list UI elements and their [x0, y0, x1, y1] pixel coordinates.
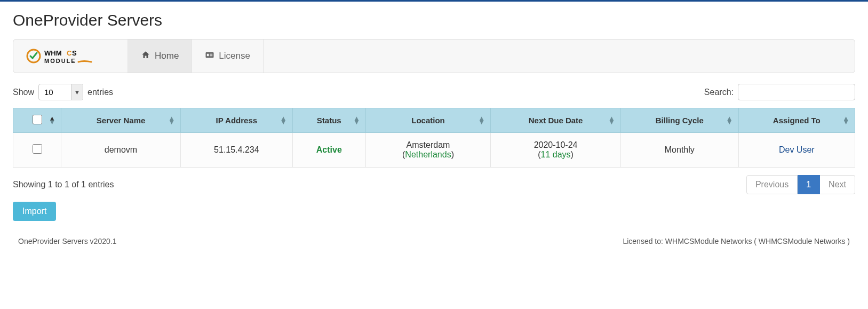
table-row: demovm 51.15.4.234 Active Amsterdam (Net… — [13, 133, 855, 168]
svg-text:WHM: WHM — [44, 49, 62, 57]
footer-license: Licensed to: WHMCSModule Networks ( WHMC… — [623, 237, 850, 245]
servers-table: ▲▼ Server Name ▲▼ IP Address ▲▼ Status ▲… — [13, 108, 855, 168]
svg-text:MODULE: MODULE — [44, 58, 76, 64]
col-status: Status — [317, 116, 341, 125]
cell-next-due-days: 11 days — [541, 150, 571, 159]
nav-license[interactable]: License — [192, 39, 264, 73]
svg-text:C: C — [67, 49, 72, 57]
id-card-icon — [205, 50, 214, 62]
sort-icon[interactable]: ▲▼ — [49, 116, 55, 125]
svg-text:S: S — [72, 49, 77, 57]
search-label: Search: — [704, 88, 734, 97]
cell-location-country: Netherlands — [405, 150, 451, 159]
col-assigned-to: Assigned To — [773, 116, 821, 125]
cell-server-name: demovm — [105, 145, 137, 154]
sort-icon[interactable]: ▲▼ — [353, 116, 360, 125]
sort-icon[interactable]: ▲▼ — [842, 116, 849, 125]
length-entries-label: entries — [87, 88, 113, 97]
sort-icon[interactable]: ▲▼ — [608, 116, 615, 125]
sort-icon[interactable]: ▲▼ — [280, 116, 287, 125]
pagination: Previous 1 Next — [746, 175, 855, 194]
sort-icon[interactable]: ▲▼ — [726, 116, 733, 125]
col-billing-cycle: Billing Cycle — [656, 116, 704, 125]
page-previous[interactable]: Previous — [746, 175, 798, 194]
home-icon — [141, 50, 150, 62]
nav-home[interactable]: Home — [128, 39, 192, 73]
cell-billing-cycle: Monthly — [665, 145, 695, 154]
sort-icon[interactable]: ▲▼ — [168, 116, 175, 125]
cell-next-due-date: 2020-10-24 — [534, 140, 578, 149]
cell-assigned-to[interactable]: Dev User — [779, 145, 815, 154]
page-title: OneProvider Servers — [13, 11, 855, 29]
length-select-wrap[interactable]: 10 ▼ — [38, 84, 83, 100]
svg-rect-7 — [210, 53, 212, 54]
cell-ip-address: 51.15.4.234 — [214, 145, 259, 154]
row-checkbox[interactable] — [33, 144, 42, 154]
col-location: Location — [411, 116, 445, 125]
cell-location-city: Amsterdam — [407, 140, 450, 149]
brand-logo: WHM C S MODULE — [13, 39, 128, 73]
cell-status: Active — [316, 145, 342, 154]
select-all-checkbox[interactable] — [33, 115, 42, 124]
svg-rect-8 — [210, 55, 212, 56]
sort-icon[interactable]: ▲▼ — [478, 116, 485, 125]
nav-home-label: Home — [155, 51, 179, 61]
import-button[interactable]: Import — [13, 202, 56, 221]
col-server-name: Server Name — [97, 116, 146, 125]
page-next[interactable]: Next — [820, 175, 855, 194]
col-next-due: Next Due Date — [529, 116, 583, 125]
chevron-down-icon: ▼ — [71, 84, 83, 100]
navbar: WHM C S MODULE Home License — [13, 39, 855, 73]
footer-version: OneProvider Servers v2020.1 — [18, 237, 116, 245]
page-1[interactable]: 1 — [798, 175, 820, 194]
svg-rect-6 — [207, 53, 209, 56]
length-show-label: Show — [13, 88, 34, 97]
search-input[interactable] — [738, 84, 855, 100]
col-ip-address: IP Address — [216, 116, 258, 125]
table-info: Showing 1 to 1 of 1 entries — [13, 180, 114, 189]
nav-license-label: License — [219, 51, 250, 61]
length-select[interactable]: 10 — [39, 84, 71, 100]
